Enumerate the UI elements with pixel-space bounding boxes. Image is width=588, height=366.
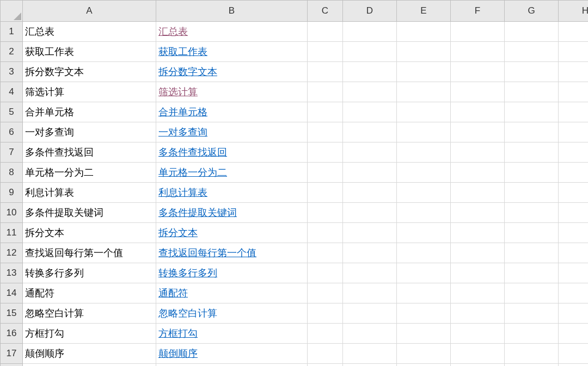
cell-C17[interactable] [308, 344, 343, 364]
cell-E1[interactable] [397, 22, 451, 42]
cell-D12[interactable] [343, 243, 397, 263]
cell-E5[interactable] [397, 102, 451, 122]
cell-B15[interactable]: 忽略空白计算 [156, 303, 308, 324]
cell-E2[interactable] [397, 42, 451, 62]
cell-D1[interactable] [343, 22, 397, 42]
cell-H5[interactable] [559, 102, 589, 122]
cell-G13[interactable] [505, 263, 559, 283]
cell-G7[interactable] [505, 142, 559, 163]
row-header-10[interactable]: 10 [1, 203, 23, 223]
row-header-13[interactable]: 13 [1, 263, 23, 283]
row-header-9[interactable]: 9 [1, 183, 23, 203]
cell-C8[interactable] [308, 163, 343, 183]
cell-D16[interactable] [343, 324, 397, 344]
cell-D10[interactable] [343, 203, 397, 223]
cell-H14[interactable] [559, 283, 589, 303]
row-header-16[interactable]: 16 [1, 324, 23, 344]
cell-H8[interactable] [559, 163, 589, 183]
cell-B13[interactable]: 转换多行多列 [156, 263, 308, 283]
cell-C1[interactable] [308, 22, 343, 42]
cell-E10[interactable] [397, 203, 451, 223]
cell-E8[interactable] [397, 163, 451, 183]
cell-G6[interactable] [505, 122, 559, 142]
hyperlink[interactable]: 筛选计算 [158, 85, 198, 98]
cell-B3[interactable]: 拆分数字文本 [156, 62, 308, 82]
cell-C12[interactable] [308, 243, 343, 263]
cell-D11[interactable] [343, 223, 397, 243]
cell-C3[interactable] [308, 62, 343, 82]
cell-F1[interactable] [451, 22, 505, 42]
cell-A17[interactable]: 颠倒顺序 [23, 344, 156, 364]
cell-E3[interactable] [397, 62, 451, 82]
cell-G12[interactable] [505, 243, 559, 263]
cell-H7[interactable] [559, 142, 589, 163]
cell-C6[interactable] [308, 122, 343, 142]
cell-D5[interactable] [343, 102, 397, 122]
cell-G3[interactable] [505, 62, 559, 82]
cell-B11[interactable]: 拆分文本 [156, 223, 308, 243]
cell-D7[interactable] [343, 142, 397, 163]
cell-A13[interactable]: 转换多行多列 [23, 263, 156, 283]
cell-H9[interactable] [559, 183, 589, 203]
cell-H18[interactable] [559, 364, 589, 367]
cell-A8[interactable]: 单元格一分为二 [23, 163, 156, 183]
hyperlink[interactable]: 合并单元格 [158, 106, 207, 119]
row-header-6[interactable]: 6 [1, 122, 23, 142]
cell-G8[interactable] [505, 163, 559, 183]
row-header-18[interactable]: 18 [1, 364, 23, 367]
cell-G16[interactable] [505, 324, 559, 344]
cell-H16[interactable] [559, 324, 589, 344]
cell-F12[interactable] [451, 243, 505, 263]
spreadsheet-grid[interactable]: A B C D E F G H 1汇总表汇总表2获取工作表获取工作表3拆分数字文… [0, 0, 588, 366]
cell-H1[interactable] [559, 22, 589, 42]
cell-B2[interactable]: 获取工作表 [156, 42, 308, 62]
cell-H11[interactable] [559, 223, 589, 243]
cell-G14[interactable] [505, 283, 559, 303]
cell-B8[interactable]: 单元格一分为二 [156, 163, 308, 183]
cell-F13[interactable] [451, 263, 505, 283]
cell-D6[interactable] [343, 122, 397, 142]
cell-E12[interactable] [397, 243, 451, 263]
cell-F15[interactable] [451, 303, 505, 324]
hyperlink[interactable]: 利息计算表 [158, 186, 207, 199]
cell-D8[interactable] [343, 163, 397, 183]
cell-H12[interactable] [559, 243, 589, 263]
cell-A12[interactable]: 查找返回每行第一个值 [23, 243, 156, 263]
hyperlink[interactable]: 多条件查找返回 [158, 146, 227, 159]
cell-D2[interactable] [343, 42, 397, 62]
cell-H15[interactable] [559, 303, 589, 324]
cell-H10[interactable] [559, 203, 589, 223]
col-header-F[interactable]: F [451, 1, 505, 22]
col-header-H[interactable]: H [559, 1, 589, 22]
cell-E18[interactable] [397, 364, 451, 367]
cell-G18[interactable] [505, 364, 559, 367]
row-header-14[interactable]: 14 [1, 283, 23, 303]
cell-F3[interactable] [451, 62, 505, 82]
cell-F2[interactable] [451, 42, 505, 62]
cell-C5[interactable] [308, 102, 343, 122]
cell-C14[interactable] [308, 283, 343, 303]
hyperlink[interactable]: 获取工作表 [158, 45, 207, 58]
cell-G10[interactable] [505, 203, 559, 223]
col-header-E[interactable]: E [397, 1, 451, 22]
cell-F7[interactable] [451, 142, 505, 163]
cell-G4[interactable] [505, 82, 559, 102]
row-header-15[interactable]: 15 [1, 303, 23, 324]
cell-C9[interactable] [308, 183, 343, 203]
col-header-A[interactable]: A [23, 1, 156, 22]
cell-H6[interactable] [559, 122, 589, 142]
cell-H3[interactable] [559, 62, 589, 82]
cell-G1[interactable] [505, 22, 559, 42]
cell-A7[interactable]: 多条件查找返回 [23, 142, 156, 163]
cell-C4[interactable] [308, 82, 343, 102]
row-header-17[interactable]: 17 [1, 344, 23, 364]
cell-H13[interactable] [559, 263, 589, 283]
cell-A3[interactable]: 拆分数字文本 [23, 62, 156, 82]
select-all-corner[interactable] [1, 1, 23, 22]
cell-A10[interactable]: 多条件提取关键词 [23, 203, 156, 223]
cell-A15[interactable]: 忽略空白计算 [23, 303, 156, 324]
hyperlink[interactable]: 转换多行多列 [158, 266, 217, 280]
cell-F8[interactable] [451, 163, 505, 183]
cell-G17[interactable] [505, 344, 559, 364]
cell-E11[interactable] [397, 223, 451, 243]
